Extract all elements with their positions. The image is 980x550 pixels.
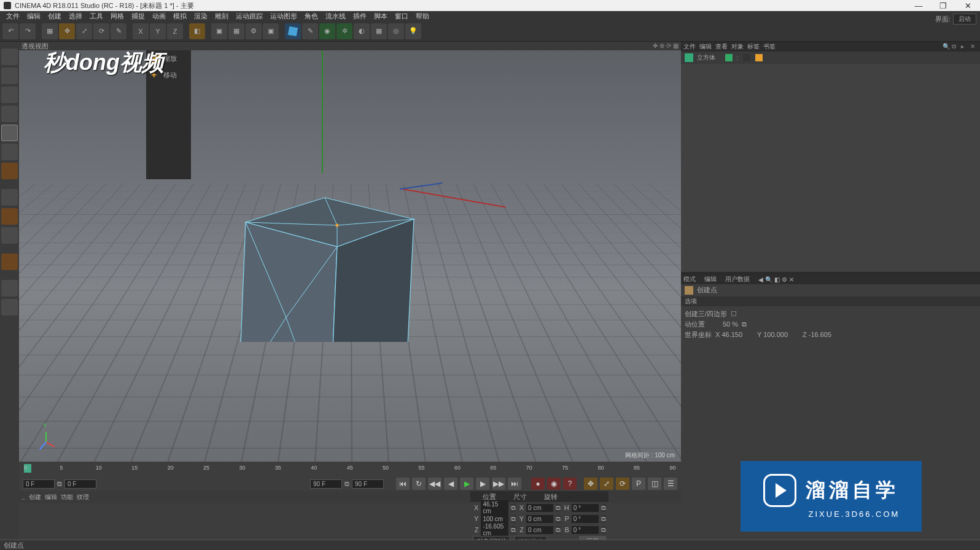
spin[interactable]: ⧉ — [511, 504, 516, 512]
opt2-value[interactable]: 50 % — [723, 320, 738, 328]
menu-window[interactable]: 窗口 — [391, 12, 412, 21]
object-layer-tag[interactable] — [743, 54, 750, 61]
coord-system-button[interactable]: ◧ — [189, 23, 205, 39]
lock-x-button[interactable]: X — [133, 23, 149, 39]
spin[interactable]: ⧉ — [601, 504, 606, 512]
viewport-solo-button[interactable] — [1, 254, 18, 270]
opt1-checkbox[interactable]: ☐ — [731, 310, 737, 318]
attr-back-icon[interactable]: ◀ — [758, 276, 763, 283]
object-name-label[interactable]: 立方体 — [697, 53, 715, 62]
maximize-button[interactable]: ❐ — [931, 0, 955, 11]
scale-button[interactable]: ⤢ — [76, 23, 92, 39]
mat-create[interactable]: 创建 — [29, 493, 41, 502]
menu-sculpt[interactable]: 雕刻 — [211, 12, 232, 21]
spin[interactable]: ⧉ — [511, 526, 516, 534]
menu-pipeline[interactable]: 流水线 — [322, 12, 349, 21]
spin[interactable]: ⧉ — [601, 526, 606, 534]
texture-mode-button[interactable] — [1, 87, 18, 103]
om-tab-file[interactable]: 文件 — [683, 42, 696, 51]
edges-mode-button[interactable] — [1, 144, 18, 160]
spin[interactable]: ⧉ — [556, 504, 561, 512]
add-light-button[interactable]: 💡 — [405, 23, 421, 39]
loop-button[interactable]: ↻ — [412, 478, 426, 490]
frame-preview-start[interactable]: 0 F — [64, 479, 96, 489]
add-nurbs-button[interactable]: ◉ — [319, 23, 335, 39]
menu-edit[interactable]: 编辑 — [23, 12, 44, 21]
next-key-button[interactable]: ▶▶ — [492, 478, 505, 490]
menu-help[interactable]: 帮助 — [412, 12, 433, 21]
object-phong-tag[interactable] — [755, 54, 763, 61]
spinner-icon-2[interactable]: ⧉ — [344, 480, 349, 488]
om-arrow-icon[interactable]: ▸ — [961, 43, 968, 50]
attr-tab-edit[interactable]: 编辑 — [704, 275, 717, 284]
axis-y-gizmo[interactable] — [322, 50, 323, 173]
timeline[interactable]: 0 5 10 15 20 25 30 35 40 45 50 55 60 65 … — [19, 462, 681, 476]
menu-tools[interactable]: 工具 — [86, 12, 107, 21]
viewport-pan-icon[interactable]: ✥ — [653, 42, 658, 49]
polygons-mode-button[interactable] — [1, 163, 18, 179]
menu-script[interactable]: 脚本 — [370, 12, 391, 21]
frame-end-field[interactable]: 90 F — [352, 479, 384, 489]
coord-x-pos[interactable]: 46.15 cm — [481, 500, 508, 515]
snap-button[interactable] — [1, 208, 18, 225]
menu-file[interactable]: 文件 — [2, 12, 23, 21]
axis-button[interactable] — [1, 189, 18, 206]
attr-close-icon[interactable]: ✕ — [789, 276, 794, 283]
add-deformer-button[interactable]: ◐ — [354, 23, 370, 39]
add-environment-button[interactable]: ▦ — [371, 23, 387, 39]
menu-animate[interactable]: 动画 — [149, 12, 169, 21]
om-filter-icon[interactable]: ⧉ — [952, 43, 959, 50]
make-editable-button[interactable] — [1, 48, 18, 65]
key-menu-button[interactable]: ☰ — [664, 478, 677, 490]
opt2-spinner[interactable]: ⧉ — [742, 320, 747, 328]
viewport-3d[interactable]: Y 缩放 + 移动 网格间距 : 100 cm 秒dong视频 — [19, 50, 681, 462]
goto-start-button[interactable]: ⏮ — [396, 478, 410, 490]
menu-plugins[interactable]: 插件 — [349, 12, 370, 21]
key-rot-button[interactable]: ⟳ — [616, 478, 629, 490]
menu-mesh[interactable]: 网格 — [107, 12, 128, 21]
object-vis-tag[interactable] — [725, 54, 733, 61]
cube-object[interactable] — [234, 145, 418, 342]
viewport-zoom-icon[interactable]: ⊕ — [659, 42, 664, 49]
play-button[interactable]: ▶ — [460, 478, 473, 490]
attr-tab-userdata[interactable]: 用户数据 — [725, 275, 750, 284]
prev-frame-button[interactable]: ◀ — [444, 478, 457, 490]
picture-viewer-button[interactable]: ▣ — [263, 23, 279, 39]
add-cube-button[interactable] — [285, 23, 301, 39]
om-tab-edit[interactable]: 编辑 — [699, 42, 712, 51]
attr-tab-mode[interactable]: 模式 — [683, 275, 696, 284]
solo-button[interactable] — [1, 227, 18, 244]
object-tree-empty[interactable] — [681, 64, 980, 272]
attr-lock-icon[interactable]: ⚙ — [782, 276, 787, 283]
om-tab-tags[interactable]: 标签 — [747, 42, 760, 51]
key-pla-button[interactable]: ◫ — [648, 478, 661, 490]
frame-start-field[interactable]: 0 F — [23, 479, 55, 489]
lock-z-button[interactable]: Z — [167, 23, 183, 39]
rotate-button[interactable]: ⟳ — [93, 23, 109, 39]
menu-mograph[interactable]: 运动图形 — [266, 12, 301, 21]
locked-workplane-button[interactable] — [1, 280, 18, 296]
viewport-rotate-icon[interactable]: ⟳ — [666, 42, 671, 49]
attr-new-icon[interactable]: ◧ — [774, 276, 780, 283]
coord-z-size[interactable]: 0 cm — [526, 526, 553, 534]
undo-button[interactable]: ↶ — [2, 23, 18, 39]
object-vis-dots[interactable]: : — [736, 54, 738, 61]
attr-search-icon[interactable]: 🔍 — [765, 276, 772, 283]
layout-dropdown[interactable]: 启动 — [953, 14, 976, 25]
minimize-button[interactable]: — — [906, 0, 931, 11]
points-mode-button[interactable] — [1, 125, 18, 141]
workplane-button[interactable] — [1, 106, 18, 122]
spin[interactable]: ⧉ — [511, 515, 516, 523]
menu-select[interactable]: 选择 — [65, 12, 86, 21]
render-settings-button[interactable]: ⚙ — [246, 23, 262, 39]
menu-simulate[interactable]: 模拟 — [169, 12, 190, 21]
goto-end-button[interactable]: ⏭ — [508, 478, 521, 490]
autokey-button[interactable]: ◉ — [547, 478, 561, 490]
render-view-button[interactable]: ▣ — [211, 23, 227, 39]
om-search-icon[interactable]: 🔍 — [943, 43, 950, 50]
om-close-icon[interactable]: ✕ — [970, 43, 978, 50]
recent-tool-button[interactable]: ✎ — [111, 23, 126, 39]
record-button[interactable]: ● — [531, 478, 545, 490]
om-tab-view[interactable]: 查看 — [715, 42, 728, 51]
coord-p-rot[interactable]: 0 ° — [572, 515, 599, 523]
